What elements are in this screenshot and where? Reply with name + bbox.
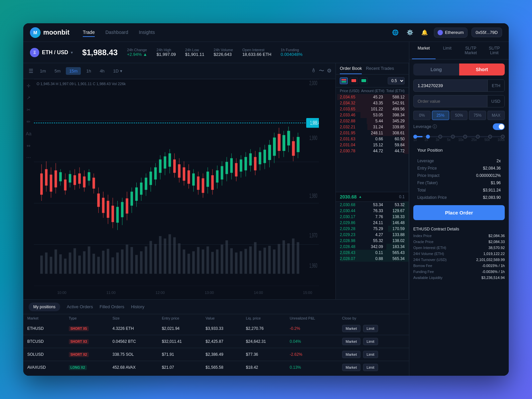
pair-selector[interactable]: Ξ ETH / USD ▾ (30, 48, 73, 57)
tf-15m[interactable]: 15m (66, 67, 81, 75)
leverage-label: Leverage ⓘ (413, 124, 437, 130)
network-selector[interactable]: Ethereum (434, 28, 467, 38)
pct-0[interactable]: 0% (413, 111, 431, 120)
svg-rect-110 (135, 188, 138, 201)
ob-ask-row[interactable]: 2,033.65 101.22 499.56 (336, 106, 409, 112)
market-close-button[interactable]: Market (342, 364, 361, 371)
long-button[interactable]: Long (413, 64, 459, 75)
contract-detail-row: Funding Fee-0.0036% / 1h (409, 269, 509, 275)
chart-menu-icon[interactable]: ☰ (27, 66, 35, 75)
amount-input[interactable] (414, 80, 487, 91)
ob-ask-row[interactable]: 2,030.78 44.72 44.72 (336, 148, 409, 154)
ob-bid-row[interactable]: 2,030.68 53.34 53.32 (336, 202, 409, 208)
ob-filter-bids[interactable] (360, 77, 368, 84)
chart-toolbar: ☰ 1m 5m 15m 1h 4h 1D ▾ 🕯 〜 ⚙ (23, 63, 335, 79)
limit-close-button[interactable]: Limit (363, 351, 378, 358)
leverage-toggle[interactable] (493, 123, 505, 130)
pct-50[interactable]: 50% (451, 111, 468, 120)
ob-ask-row[interactable]: 2,031.63 0.66 60.50 (336, 136, 409, 142)
text-tool[interactable]: Aa (24, 130, 33, 138)
crosshair-tool[interactable]: ✛ (25, 82, 32, 90)
more-tools[interactable]: ⋯ (25, 154, 32, 162)
measure-tool[interactable]: ⇔ (25, 142, 32, 150)
wallet-address[interactable]: 0x55f...79D (471, 28, 502, 37)
svg-rect-96 (102, 198, 105, 213)
market-close-button[interactable]: Market (342, 351, 361, 358)
pos-tab-filled[interactable]: Filled Orders (99, 300, 124, 313)
ob-ask-row[interactable]: 2,034.32 43.35 542.91 (336, 100, 409, 106)
ob-bid-row[interactable]: 2,030.17 7.76 138.33 (336, 214, 409, 220)
short-button[interactable]: Short (459, 64, 505, 75)
tf-1h[interactable]: 1h (83, 67, 94, 75)
nav-dashboard[interactable]: Dashboard (105, 28, 128, 37)
tf-5m[interactable]: 5m (51, 67, 64, 75)
order-value-input[interactable] (414, 95, 487, 107)
globe-icon[interactable]: 🌐 (390, 27, 401, 38)
pct-max[interactable]: MAX (487, 111, 505, 120)
place-order-button[interactable]: Place Order (413, 205, 505, 220)
pen-tool[interactable]: ✏ (25, 118, 32, 126)
tf-1m[interactable]: 1m (37, 67, 49, 75)
svg-rect-166 (268, 145, 271, 160)
svg-rect-179 (341, 79, 346, 80)
ob-ask-row[interactable]: 2,033.46 53.05 398.34 (336, 112, 409, 118)
ob-ask-row[interactable]: 2,031.95 248.11 308.61 (336, 130, 409, 136)
svg-rect-88 (83, 177, 86, 188)
nav-trade[interactable]: Trade (83, 28, 95, 37)
pos-tab-history[interactable]: History (131, 300, 144, 313)
order-value-input-row: USD (413, 95, 505, 107)
pct-75[interactable]: 75% (469, 111, 486, 120)
svg-rect-38 (154, 244, 157, 274)
svg-rect-128 (178, 164, 181, 178)
tf-4h[interactable]: 4h (96, 67, 108, 75)
ob-ask-row[interactable]: 2,032.21 31.24 339.85 (336, 124, 409, 130)
svg-rect-68 (297, 242, 299, 274)
ob-ask-row[interactable]: 2,032.88 5.44 345.29 (336, 118, 409, 124)
limit-close-button[interactable]: Limit (363, 338, 378, 345)
ob-bid-row[interactable]: 2,029.86 24.11 146.48 (336, 220, 409, 226)
market-close-button[interactable]: Market (342, 325, 361, 332)
limit-close-button[interactable]: Limit (363, 325, 378, 332)
ob-bid-row[interactable]: 2,029.28 75.29 170.59 (336, 226, 409, 232)
order-tab-limit[interactable]: Limit (436, 42, 459, 59)
bell-icon[interactable]: 🔔 (419, 27, 430, 38)
svg-rect-29 (111, 257, 114, 274)
stat-change: 24h Change +2.94% ▲ (127, 48, 147, 57)
contract-detail-row: Borrow Fee-0.0015% / 1h (409, 263, 509, 269)
ob-filter-all[interactable] (340, 77, 348, 84)
order-tab-market[interactable]: Market (412, 42, 436, 59)
pos-tab-active[interactable]: Active Orders (67, 300, 93, 313)
pos-tab-my[interactable]: My positions (29, 303, 60, 311)
settings-chart-icon[interactable]: ⚙ (327, 67, 332, 74)
ob-ask-row[interactable]: 2,034.65 45.23 588.12 (336, 94, 409, 100)
ob-tab-recent[interactable]: Recent Trades (366, 66, 394, 74)
ob-bid-row[interactable]: 2,030.44 76.33 129.67 (336, 208, 409, 214)
limit-close-button[interactable]: Limit (363, 364, 378, 371)
line-type-icon[interactable]: 〜 (319, 67, 324, 74)
ob-bid-row[interactable]: 2,028.43 0.11 565.43 (336, 250, 409, 256)
order-value-unit: USD (487, 95, 504, 107)
ob-bid-row[interactable]: 2,029.23 4.27 133.88 (336, 232, 409, 238)
network-name: Ethereum (445, 30, 464, 35)
svg-rect-100 (111, 206, 114, 222)
ob-bid-row[interactable]: 2,028.98 55.32 138.02 (336, 238, 409, 244)
settings-icon[interactable]: ⚙️ (405, 27, 415, 38)
app-window: M moonbit Trade Dashboard Insights 🌐 ⚙️ … (23, 23, 509, 376)
scissors-tool[interactable]: ✂ (25, 106, 32, 114)
candle-type-icon[interactable]: 🕯 (311, 67, 316, 74)
pct-25[interactable]: 25% (432, 111, 449, 120)
ob-size-select[interactable]: 0.515 (388, 77, 405, 84)
market-close-button[interactable]: Market (342, 338, 361, 345)
ob-bid-row[interactable]: 2,028.07 0.88 565.34 (336, 256, 409, 262)
col-entry: Entry price (158, 314, 202, 322)
ob-tab-orderbook[interactable]: Order Book (340, 66, 362, 74)
order-tab-sltp-limit[interactable]: SL/TP Limit (482, 42, 506, 59)
ob-filter-asks[interactable] (350, 77, 358, 84)
svg-rect-140 (206, 172, 209, 187)
nav-insights[interactable]: Insights (139, 28, 155, 37)
arrow-tool[interactable]: ↗ (25, 94, 32, 102)
order-tab-sltp-market[interactable]: SL/TP Market (459, 42, 483, 59)
ob-bid-row[interactable]: 2,028.48 342.09 183.34 (336, 244, 409, 250)
tf-1d[interactable]: 1D ▾ (110, 67, 125, 75)
ob-ask-row[interactable]: 2,031.04 15.12 59.84 (336, 142, 409, 148)
